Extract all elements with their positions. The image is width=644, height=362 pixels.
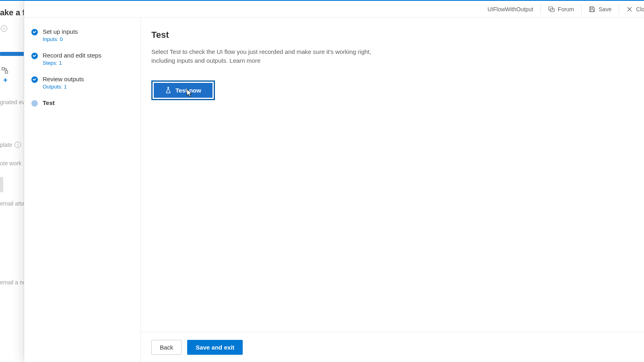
forum-label: Forum	[558, 6, 574, 12]
svg-rect-0	[2, 68, 4, 70]
wizard-panel: UIFlowWithOutput Forum Save Close Set up…	[24, 1, 644, 362]
step-complete-icon	[31, 29, 38, 35]
save-icon	[589, 6, 595, 12]
page-heading: Test	[151, 30, 644, 40]
test-now-label: Test now	[175, 87, 201, 94]
svg-rect-5	[590, 10, 594, 12]
bg-grey-box	[0, 177, 3, 192]
save-and-exit-button[interactable]: Save and exit	[187, 340, 243, 355]
info-icon: i	[14, 142, 21, 148]
step-complete-icon	[31, 53, 38, 59]
step-complete-icon	[31, 76, 38, 83]
background-page-strip: ake a flo i + gnated even plate i ote wo…	[0, 1, 24, 362]
bg-text-4: email attac	[0, 200, 24, 207]
step-current-icon	[31, 100, 38, 107]
forum-icon	[548, 6, 555, 12]
test-now-focus-ring: Test now	[151, 80, 215, 100]
top-command-bar: UIFlowWithOutput Forum Save Close	[24, 1, 644, 18]
wizard-footer: Back Save and exit	[141, 332, 644, 362]
svg-rect-1	[5, 71, 8, 73]
bg-text-1: gnated even	[0, 99, 24, 105]
step-subtext: Inputs: 0	[43, 36, 78, 42]
save-label: Save	[599, 6, 611, 12]
close-icon	[626, 6, 633, 12]
wizard-steps-sidebar: Set up inputs Inputs: 0 Record and edit …	[24, 18, 141, 362]
description-text: Select Test to check the UI flow you jus…	[151, 48, 371, 64]
bg-title-fragment: ake a flo	[0, 8, 24, 17]
step-subtext: Outputs: 1	[43, 84, 84, 90]
step-label: Set up inputs	[43, 28, 78, 35]
step-review-outputs[interactable]: Review outputs Outputs: 1	[31, 72, 134, 95]
svg-rect-4	[590, 7, 593, 8]
flow-icon	[2, 67, 8, 74]
back-button[interactable]: Back	[151, 340, 182, 355]
info-icon: i	[1, 25, 7, 32]
flow-name-label: UIFlowWithOutput	[480, 6, 541, 12]
bg-text-3: ote work	[0, 160, 24, 167]
forum-button[interactable]: Forum	[541, 6, 581, 12]
bg-blue-bar	[0, 52, 24, 56]
step-subtext: Steps: 1	[43, 60, 101, 66]
step-record-and-edit[interactable]: Record and edit steps Steps: 1	[31, 48, 134, 72]
flask-icon	[165, 87, 171, 93]
page-description: Select Test to check the UI flow you jus…	[151, 47, 389, 65]
plus-icon: +	[0, 76, 24, 84]
step-set-up-inputs[interactable]: Set up inputs Inputs: 0	[31, 24, 134, 48]
bg-text-2: plate	[0, 142, 12, 148]
step-label: Review outputs	[43, 76, 84, 82]
step-label: Test	[43, 99, 55, 106]
step-test[interactable]: Test	[31, 95, 134, 112]
close-label: Close	[636, 6, 644, 12]
test-now-button[interactable]: Test now	[154, 83, 213, 98]
save-button[interactable]: Save	[582, 6, 619, 12]
close-button[interactable]: Close	[619, 6, 644, 12]
main-content: Test Select Test to check the UI flow yo…	[141, 18, 644, 332]
step-label: Record and edit steps	[43, 52, 101, 59]
learn-more-link[interactable]: Learn more	[229, 57, 260, 64]
bg-text-5: email a no	[0, 279, 24, 286]
